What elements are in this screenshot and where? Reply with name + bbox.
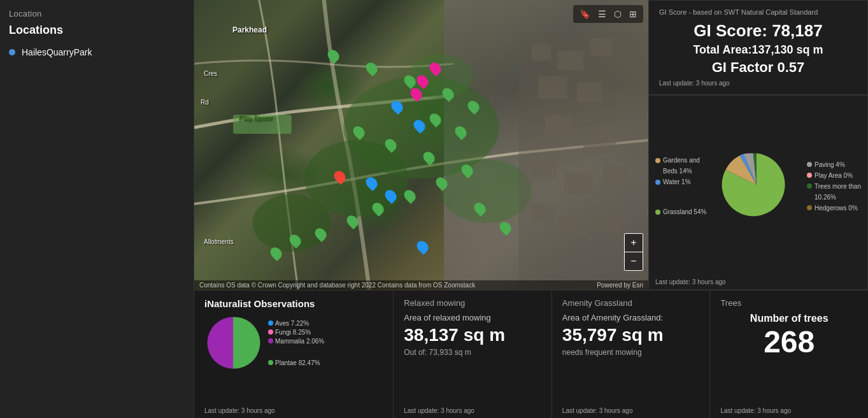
pie-label-trees: Trees more than (807, 183, 861, 190)
gi-score-factor: GI Factor 0.57 (659, 59, 857, 76)
svg-rect-10 (577, 83, 602, 102)
gi-last-update: Last update: 3 hours ago (659, 80, 857, 87)
relaxed-big-number: 38,137 sq m (404, 325, 541, 345)
pie-dot-hedgerows (807, 205, 812, 210)
pie-dot-trees (807, 184, 812, 189)
pie-label-water-text: Water 1% (663, 178, 691, 185)
pie-label-paving: Paving 4% (807, 161, 861, 168)
pie-chart-svg (722, 150, 792, 220)
toolbar-list-btn[interactable]: ☰ (595, 8, 609, 20)
pie-label-paving-text: Paving 4% (815, 161, 845, 168)
pie-label-grassland-text: Grassland 54% (663, 208, 706, 215)
svg-point-2 (441, 159, 532, 223)
gi-score-main: GI Score: 78,187 (659, 21, 857, 41)
chart-panel: Gardens and Beds 14% Water 1% (648, 95, 868, 290)
svg-rect-8 (590, 38, 613, 56)
pie-label-playarea: Play Area 0% (807, 172, 861, 179)
pie-label-grassland: Grassland 54% (655, 208, 706, 215)
obs-pie-labels: Aves 7.22% Fungi 8.25% Mammalia 2.06% Pl… (268, 320, 324, 366)
relaxed-last-update: Last update: 3 hours ago (404, 407, 474, 414)
attribution-text: Contains OS data © Crown Copyright and d… (199, 282, 475, 289)
pie-label-gardens-text: Gardens and (663, 157, 700, 164)
gi-score-panel: GI Score - based on SWT Natural Capital … (648, 0, 868, 95)
pie-label-trees2: 10.26% (807, 194, 861, 201)
trees-number-label: Number of trees (720, 313, 858, 324)
powered-by-text: Powered by Esri (597, 282, 643, 289)
svg-rect-19 (233, 115, 292, 134)
svg-rect-14 (564, 172, 594, 194)
svg-rect-13 (532, 159, 557, 178)
svg-rect-7 (557, 51, 583, 70)
svg-rect-6 (532, 45, 551, 61)
zoom-controls: + − (624, 233, 643, 271)
relaxed-content-title: Area of relaxed mowing (404, 313, 541, 322)
right-panel: GI Score - based on SWT Natural Capital … (648, 0, 868, 290)
pie-label-trees-text: Trees more than (815, 183, 861, 190)
pie-label-hedgerows: Hedgerows 0% (807, 205, 861, 212)
svg-rect-17 (560, 217, 588, 236)
pie-container: Gardens and Beds 14% Water 1% (655, 102, 861, 270)
obs-label-mammalia-text: Mammalia 2.06% (275, 338, 324, 345)
pie-label-trees-pct-text: 10.26% (815, 194, 836, 201)
toolbar-bookmark-btn[interactable]: 🔖 (577, 8, 593, 20)
map-container[interactable]: Parkhead Cres Rd Play Space Allotments (194, 0, 648, 290)
sidebar: Location Locations HailesQuarryPark (0, 0, 194, 418)
pie-label-beds-text: Beds 14% (663, 168, 692, 175)
amenity-grassland-card: Amenity Grassland Area of Amenity Grassl… (552, 291, 711, 418)
map-toolbar: 🔖 ☰ ⬡ ⊞ (573, 5, 643, 23)
obs-label-plantae-text: Plantae 82.47% (275, 359, 320, 366)
obs-label-aves-text: Aves 7.22% (275, 320, 309, 327)
amenity-card-title: Amenity Grassland (562, 298, 700, 308)
gi-panel-title: GI Score - based on SWT Natural Capital … (659, 8, 857, 16)
obs-label-mammalia: Mammalia 2.06% (268, 338, 324, 345)
pie-labels-left: Gardens and Beds 14% Water 1% (655, 157, 706, 215)
relaxed-card-title: Relaxed mowing (404, 298, 541, 308)
svg-rect-12 (583, 127, 616, 153)
amenity-sub-text: needs frequent mowing (562, 348, 700, 357)
pie-dot-gardens (655, 158, 660, 163)
obs-label-plantae: Plantae 82.47% (268, 359, 324, 366)
svg-rect-15 (603, 166, 629, 186)
trees-last-update: Last update: 3 hours ago (720, 407, 791, 414)
main-content: Parkhead Cres Rd Play Space Allotments (194, 0, 868, 418)
zoom-out-button[interactable]: − (625, 252, 643, 270)
toolbar-grid-btn[interactable]: ⊞ (627, 8, 639, 20)
chart-last-update: Last update: 3 hours ago (655, 278, 726, 285)
zoom-in-button[interactable]: + (625, 234, 643, 252)
amenity-big-number: 35,797 sq m (562, 325, 700, 345)
obs-label-fungi-text: Fungi 8.25% (275, 329, 311, 336)
sidebar-item-hailes-quarry-park[interactable]: HailesQuarryPark (0, 43, 194, 61)
gi-score-area: Total Area:137,130 sq m (659, 43, 857, 57)
svg-rect-9 (538, 76, 567, 99)
pie-chart (722, 150, 792, 222)
section-label: Location (0, 5, 194, 20)
trees-card-title: Trees (720, 298, 858, 308)
relaxed-mowing-card: Relaxed mowing Area of relaxed mowing 38… (394, 291, 552, 418)
pie-dot-grassland (655, 210, 660, 215)
pie-labels-right: Paving 4% Play Area 0% Trees more than (807, 161, 861, 212)
svg-rect-16 (532, 204, 555, 222)
location-name: HailesQuarryPark (22, 47, 92, 57)
inaturalist-title: iNaturalist Observations (204, 298, 383, 309)
top-section: Parkhead Cres Rd Play Space Allotments (194, 0, 868, 290)
pie-label-playarea-text: Play Area 0% (815, 172, 853, 179)
inaturalist-card: iNaturalist Observations Aves 7.2 (194, 291, 394, 418)
pie-dot-paving (807, 162, 812, 167)
map-attribution: Contains OS data © Crown Copyright and d… (194, 280, 648, 290)
inaturalist-last-update: Last update: 3 hours ago (204, 407, 275, 414)
amenity-content-title: Area of Amenity Grassland: (562, 313, 700, 322)
obs-label-aves: Aves 7.22% (268, 320, 324, 327)
pie-label-gardens2: Beds 14% (655, 168, 706, 175)
bottom-section: iNaturalist Observations Aves 7.2 (194, 290, 868, 418)
inaturalist-pie-svg (204, 314, 262, 371)
location-dot (9, 49, 15, 55)
pie-dot-playarea (807, 173, 812, 178)
pie-label-gardens: Gardens and (655, 157, 706, 164)
locations-title: Locations (0, 20, 194, 43)
trees-card: Trees Number of trees 268 Last update: 3… (710, 291, 868, 418)
pie-label-hedgerows-text: Hedgerows 0% (815, 205, 858, 212)
amenity-last-update: Last update: 3 hours ago (562, 407, 633, 414)
obs-chart-wrap: Aves 7.22% Fungi 8.25% Mammalia 2.06% Pl… (204, 314, 383, 371)
toolbar-layers-btn[interactable]: ⬡ (611, 8, 624, 20)
trees-big-number: 268 (720, 324, 858, 359)
